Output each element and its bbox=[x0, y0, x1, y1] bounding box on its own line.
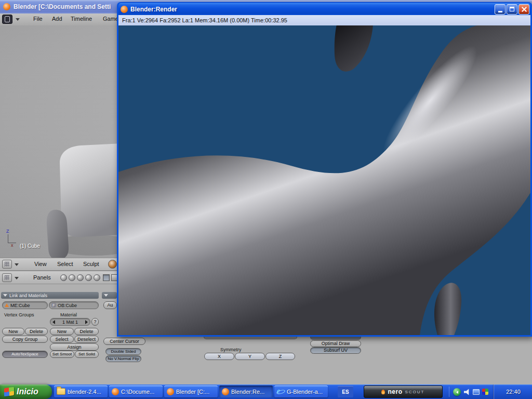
blender-icon bbox=[3, 3, 10, 10]
desktop: Blender [C:\Documents and Setti File Add… bbox=[0, 0, 532, 399]
mesh-name-field[interactable]: ME:Cube bbox=[2, 301, 48, 309]
blender-icon bbox=[222, 388, 229, 395]
nero-scout-band[interactable]: nero SCOUT bbox=[364, 385, 443, 398]
collapse-icon bbox=[104, 294, 108, 297]
menu-add[interactable]: Add bbox=[52, 16, 62, 22]
network-icon[interactable] bbox=[473, 389, 480, 395]
deselect-button[interactable]: Deselect bbox=[74, 336, 99, 343]
material-label: Material bbox=[60, 312, 77, 317]
object-icon[interactable] bbox=[85, 274, 92, 281]
folder-icon bbox=[57, 388, 65, 395]
close-button[interactable] bbox=[518, 4, 529, 15]
blender-icon bbox=[112, 388, 119, 395]
material-help-button[interactable]: ? bbox=[91, 318, 99, 326]
auto-smooth-toggle[interactable]: Au bbox=[103, 301, 117, 309]
symmetry-label: Symmetry bbox=[220, 347, 242, 352]
taskbar-item-folder[interactable]: blender-2.4... bbox=[54, 385, 108, 397]
object-name-field[interactable]: F OB:Cube bbox=[49, 301, 99, 309]
subsurf-uv-toggle[interactable]: Subsurf UV bbox=[310, 347, 361, 354]
texture-icon[interactable] bbox=[94, 274, 100, 281]
symmetry-x-toggle[interactable]: X bbox=[204, 353, 234, 360]
material-new-button[interactable]: New bbox=[50, 328, 74, 335]
taskbar-item-render[interactable]: Blender:Re... bbox=[219, 385, 273, 397]
language-indicator[interactable]: ES bbox=[338, 386, 353, 397]
render-stats: Fra:1 Ve:2964 Fa:2952 La:1 Mem:34.16M (0… bbox=[122, 17, 287, 23]
next-material-icon[interactable] bbox=[85, 320, 88, 324]
material-counter[interactable]: 1 Mat 1 bbox=[50, 318, 90, 326]
restore-icon bbox=[510, 7, 514, 11]
blender-logo-icon[interactable] bbox=[2, 15, 12, 24]
menu-timeline[interactable]: Timeline bbox=[71, 16, 92, 22]
close-icon bbox=[521, 6, 527, 12]
symmetry-z-toggle[interactable]: Z bbox=[265, 353, 295, 360]
axis-z-label: Z bbox=[6, 229, 9, 234]
render-window: Blender:Render Fra:1 Ve:2964 Fa:2952 La:… bbox=[117, 2, 532, 337]
slider-sliver[interactable] bbox=[204, 337, 297, 339]
autotexspace-toggle[interactable]: AutoTexSpace bbox=[2, 351, 48, 358]
vgroup-delete-button[interactable]: Delete bbox=[25, 328, 48, 335]
symmetry-y-toggle[interactable]: Y bbox=[235, 353, 265, 360]
double-sided-toggle[interactable]: Double Sided bbox=[105, 348, 141, 355]
render-window-title: Blender:Render bbox=[130, 6, 177, 13]
show-hidden-icons-button[interactable] bbox=[453, 388, 461, 396]
viewport-axis-gizmo: Z x bbox=[6, 229, 21, 250]
vgroup-new-button[interactable]: New bbox=[2, 328, 24, 335]
blender-icon bbox=[167, 388, 174, 395]
shading-icon[interactable] bbox=[60, 274, 67, 281]
no-vnormal-flip-toggle[interactable]: No V.Normal Flip bbox=[105, 355, 141, 362]
minimize-icon bbox=[498, 11, 502, 12]
active-object-label: (1) Cube bbox=[20, 243, 40, 249]
volume-icon[interactable] bbox=[464, 389, 471, 395]
show-hidden-icon bbox=[456, 391, 458, 394]
editing-icon[interactable] bbox=[103, 274, 110, 281]
vertex-groups-label: Vertex Groups bbox=[4, 312, 34, 317]
set-smooth-button[interactable]: Set Smoot bbox=[50, 351, 74, 358]
optimal-draw-toggle[interactable]: Optimal Draw bbox=[310, 340, 361, 347]
menu-view[interactable]: View bbox=[34, 261, 47, 267]
panels-menu[interactable]: Panels bbox=[33, 274, 51, 281]
menu-file[interactable]: File bbox=[33, 16, 43, 22]
brush-icon[interactable] bbox=[108, 260, 117, 269]
taskbar-clock[interactable]: 22:40 bbox=[494, 384, 532, 399]
prev-material-icon[interactable] bbox=[52, 320, 55, 324]
panel-header[interactable]: Link and Materials bbox=[1, 292, 99, 299]
menu-game[interactable]: Game bbox=[103, 16, 118, 22]
ie-icon bbox=[277, 388, 285, 395]
material-delete-button[interactable]: Delete bbox=[74, 328, 99, 335]
set-solid-button[interactable]: Set Solid bbox=[75, 351, 99, 358]
tray-divider bbox=[449, 387, 449, 397]
blender-icon bbox=[121, 6, 128, 13]
select-button[interactable]: Select bbox=[50, 336, 74, 343]
render-result-image bbox=[118, 25, 530, 335]
assign-button[interactable]: Assign bbox=[50, 343, 99, 351]
center-cursor-button[interactable]: Center Cursor bbox=[103, 338, 145, 345]
header-dropdown-icon[interactable] bbox=[15, 277, 19, 280]
render-window-titlebar[interactable]: Blender:Render bbox=[118, 3, 530, 15]
taskbar: Inicio blender-2.4... C:\Docume... Blend… bbox=[0, 384, 532, 399]
minimize-button[interactable] bbox=[495, 4, 506, 15]
header-dropdown-icon[interactable] bbox=[15, 263, 19, 266]
editor-type-icon[interactable] bbox=[2, 273, 12, 282]
modifier-sliver[interactable] bbox=[310, 337, 361, 340]
windows-flag-icon bbox=[4, 387, 14, 397]
collapse-icon bbox=[3, 294, 7, 297]
start-button[interactable]: Inicio bbox=[0, 384, 52, 399]
material-sphere-icon[interactable] bbox=[69, 274, 75, 281]
restore-button[interactable] bbox=[507, 4, 517, 15]
menubar-dropdown-icon[interactable] bbox=[16, 18, 20, 21]
copy-group-button[interactable]: Copy Group bbox=[2, 336, 48, 343]
fake-user-button[interactable]: F bbox=[51, 303, 56, 308]
taskbar-item-blender[interactable]: Blender [C:... bbox=[164, 385, 218, 397]
world-icon[interactable] bbox=[77, 274, 84, 281]
tray-app-icon[interactable] bbox=[482, 389, 488, 395]
link-and-materials-panel: Link and Materials ME:Cube F OB:Cube Ver… bbox=[1, 290, 100, 361]
mesh-icon bbox=[5, 303, 9, 307]
main-window-title: Blender [C:\Documents and Setti bbox=[14, 3, 111, 10]
mesh-panel-header[interactable] bbox=[102, 292, 117, 299]
nero-flame-icon bbox=[381, 390, 385, 394]
menu-select[interactable]: Select bbox=[57, 261, 73, 267]
editor-type-icon[interactable] bbox=[2, 260, 12, 269]
menu-sculpt[interactable]: Sculpt bbox=[83, 261, 99, 267]
taskbar-item-console[interactable]: C:\Docume... bbox=[109, 385, 163, 397]
taskbar-item-browser[interactable]: G-Blender-a... bbox=[274, 385, 328, 397]
